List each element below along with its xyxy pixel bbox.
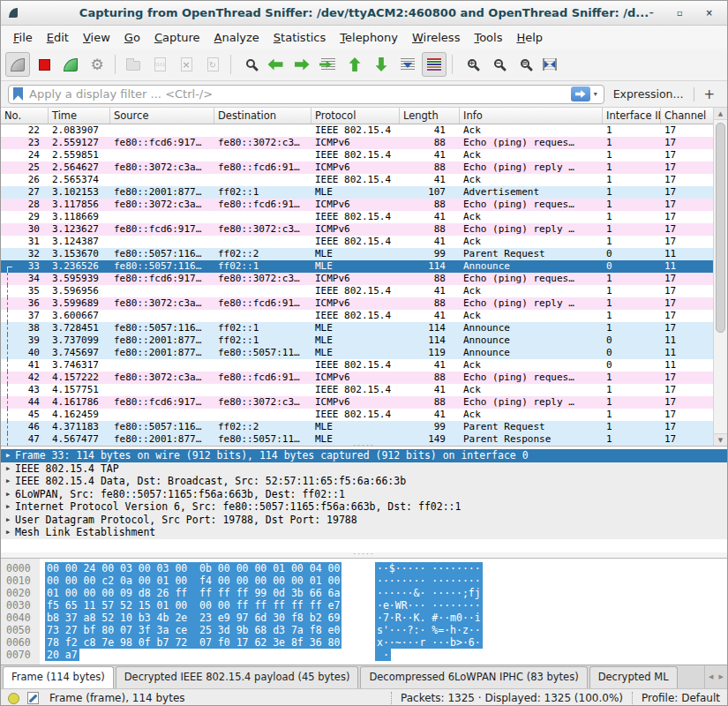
column-header-info[interactable]: Info <box>460 108 603 124</box>
bookmark-icon[interactable] <box>13 87 23 101</box>
stop-capture-button[interactable] <box>32 52 56 77</box>
menu-item-view[interactable]: View <box>76 27 117 48</box>
capture-options-button[interactable] <box>85 52 109 77</box>
packet-row[interactable]: 222.083907IEEE 802.15.441Ack117 <box>1 124 715 137</box>
menu-item-help[interactable]: Help <box>509 27 550 48</box>
packet-row[interactable]: 444.161786fe80::fcd6:917…fe80::3072:c3…I… <box>1 396 715 409</box>
capture-comment-icon[interactable] <box>27 692 39 704</box>
detail-line[interactable]: ▶Internet Protocol Version 6, Src: fe80:… <box>1 500 727 514</box>
packet-row[interactable]: 283.117856fe80::3072:c3a…fe80::fcd6:91…I… <box>1 199 715 211</box>
close-button[interactable]: × <box>706 9 713 18</box>
menu-item-edit[interactable]: Edit <box>40 27 76 48</box>
column-header-channel[interactable]: Channel <box>661 108 715 124</box>
go-first-button[interactable] <box>342 52 367 77</box>
column-header-destination[interactable]: Destination <box>214 108 311 124</box>
packet-row[interactable]: 363.599689fe80::3072:c3a…fe80::fcd6:91…I… <box>1 297 715 310</box>
auto-scroll-button[interactable] <box>395 52 420 77</box>
go-to-packet-button[interactable] <box>316 52 341 77</box>
tab-frame-114-bytes[interactable]: Frame (114 bytes) <box>3 666 114 688</box>
packet-row[interactable]: 464.371183fe80::5057:116…ff02::2MLE99Par… <box>1 421 715 433</box>
filter-history-caret-icon[interactable]: ▾ <box>594 90 597 98</box>
packet-row[interactable]: 293.118669IEEE 802.15.441Ack117 <box>1 211 715 223</box>
tab-scroll-left-icon[interactable]: ◀ <box>709 673 713 680</box>
tab-decompressed-6lowpan-iphc-83-bytes[interactable]: Decompressed 6LoWPAN IPHC (83 bytes) <box>360 666 587 688</box>
expand-arrow-icon[interactable]: ▶ <box>1 500 15 514</box>
menu-item-statistics[interactable]: Statistics <box>266 27 333 48</box>
status-profile[interactable]: Profile: Default <box>642 692 720 704</box>
tab-decrypted-ieee-802-15-4-payload-45-bytes[interactable]: Decrypted IEEE 802.15.4 payload (45 byte… <box>116 666 359 688</box>
menu-item-file[interactable]: File <box>6 27 40 48</box>
find-packet-button[interactable] <box>236 52 261 77</box>
display-filter-input[interactable] <box>27 86 571 101</box>
packet-list-scrollbar[interactable]: ▲ ▼ <box>713 108 727 446</box>
zoom-reset-button[interactable]: = <box>511 52 536 77</box>
menu-item-telephony[interactable]: Telephony <box>333 27 405 48</box>
packet-row[interactable]: 424.157222fe80::3072:c3a…fe80::fcd6:91…I… <box>1 372 715 384</box>
add-filter-button[interactable]: + <box>703 86 715 102</box>
detail-line[interactable]: ▶Frame 33: 114 bytes on wire (912 bits),… <box>1 449 727 462</box>
detail-line[interactable]: ▶User Datagram Protocol, Src Port: 19788… <box>1 514 727 527</box>
expand-arrow-icon[interactable]: ▶ <box>1 526 15 539</box>
expand-arrow-icon[interactable]: ▶ <box>1 462 15 476</box>
go-back-button[interactable] <box>263 52 288 77</box>
hex-row[interactable]: 001000 00 00 c2 0a 00 01 00 f4 00 00 00 … <box>1 575 727 587</box>
column-header-source[interactable]: Source <box>110 108 214 124</box>
expand-arrow-icon[interactable]: ▶ <box>1 449 15 462</box>
hex-row[interactable]: 006078 f2 c8 7e 98 0f b7 72 07 f0 17 62 … <box>1 636 727 649</box>
packet-row[interactable]: 273.102153fe80::2001:877…ff02::1MLE107Ad… <box>1 186 715 199</box>
packet-row[interactable]: 353.596956IEEE 802.15.441Ack117 <box>1 285 715 297</box>
menu-item-go[interactable]: Go <box>117 27 147 48</box>
expand-arrow-icon[interactable]: ▶ <box>1 488 15 501</box>
zoom-out-button[interactable]: − <box>484 52 509 77</box>
menu-item-analyze[interactable]: Analyze <box>207 27 266 48</box>
column-header-time[interactable]: Time <box>49 108 110 124</box>
packet-row[interactable]: 383.728451fe80::5057:116…ff02::1MLE114An… <box>1 322 715 334</box>
minimize-button[interactable]: – <box>649 9 654 18</box>
packet-row[interactable]: 333.236526fe80::5057:116…ff02::1MLE114An… <box>1 260 715 273</box>
zoom-in-button[interactable]: + <box>458 52 483 77</box>
expand-arrow-icon[interactable]: ▶ <box>1 475 15 488</box>
detail-line[interactable]: ▶IEEE 802.15.4 TAP <box>1 462 727 476</box>
display-filter-box[interactable]: ▾ <box>8 85 604 104</box>
hex-row[interactable]: 0040b8 37 a8 52 10 b3 4b 2e 23 e9 97 6d … <box>1 612 727 624</box>
detail-line[interactable]: ▶6LoWPAN, Src: fe80::5057:1165:f56a:663b… <box>1 488 727 501</box>
packet-row[interactable]: 232.559127fe80::fcd6:917…fe80::3072:c3…I… <box>1 137 715 149</box>
detail-line[interactable]: ▶IEEE 802.15.4 Data, Dst: Broadcast, Src… <box>1 475 727 488</box>
packet-row[interactable]: 434.157751IEEE 802.15.441Ack117 <box>1 384 715 396</box>
expert-info-icon[interactable] <box>8 693 19 704</box>
menu-item-wireless[interactable]: Wireless <box>405 27 467 48</box>
scroll-up-arrow-icon[interactable]: ▲ <box>714 108 727 120</box>
apply-filter-button[interactable] <box>571 86 590 101</box>
hex-row[interactable]: 005073 27 bf 80 07 3f 3a ce 25 3d 9b 68 … <box>1 624 727 636</box>
packet-row[interactable]: 303.123627fe80::fcd6:917…fe80::3072:c3…I… <box>1 223 715 236</box>
title-bar[interactable]: Capturing from OpenThread Sniffer: /dev/… <box>1 1 727 26</box>
column-header-length[interactable]: Length <box>400 108 460 124</box>
go-last-button[interactable] <box>369 52 394 77</box>
menu-item-tools[interactable]: Tools <box>467 27 509 48</box>
packet-row[interactable]: 413.746317IEEE 802.15.441Ack011 <box>1 359 715 372</box>
tab-scroll-right-icon[interactable]: ▶ <box>719 673 724 680</box>
column-header-interface-id[interactable]: Interface ID <box>603 108 661 124</box>
packet-row[interactable]: 403.745697fe80::2001:877…fe80::5057:11…M… <box>1 347 715 359</box>
expand-arrow-icon[interactable]: ▶ <box>1 514 15 527</box>
menu-item-capture[interactable]: Capture <box>147 27 207 48</box>
packet-row[interactable]: 343.595939fe80::fcd6:917…fe80::3072:c3…I… <box>1 273 715 285</box>
go-forward-button[interactable] <box>289 52 314 77</box>
resize-columns-button[interactable] <box>537 52 562 77</box>
packet-row[interactable]: 393.737099fe80::2001:877…ff02::1MLE114An… <box>1 334 715 347</box>
packet-row[interactable]: 373.600667IEEE 802.15.441Ack117 <box>1 310 715 322</box>
packet-row[interactable]: 242.559851IEEE 802.15.441Ack117 <box>1 149 715 161</box>
hex-row[interactable]: 002001 00 00 00 09 d8 26 ff ff ff ff 99 … <box>1 587 727 599</box>
packet-row[interactable]: 252.564627fe80::3072:c3a…fe80::fcd6:91…I… <box>1 161 715 174</box>
colorize-button[interactable] <box>422 52 447 77</box>
expression-button[interactable]: Expression... <box>613 87 684 101</box>
packet-row[interactable]: 313.124387IEEE 802.15.441Ack117 <box>1 236 715 248</box>
hex-row[interactable]: 007020 a7 · <box>1 649 727 661</box>
hex-row[interactable]: 0030f5 65 11 57 52 15 01 00 00 00 ff ff … <box>1 599 727 612</box>
detail-line[interactable]: ▶Mesh Link Establishment <box>1 526 727 539</box>
column-header-no[interactable]: No. <box>1 108 49 124</box>
packet-row[interactable]: 262.565374IEEE 802.15.441Ack117 <box>1 174 715 186</box>
scroll-down-arrow-icon[interactable]: ▼ <box>714 433 727 446</box>
start-capture-button[interactable] <box>5 52 30 77</box>
packet-row[interactable]: 323.153670fe80::5057:116…ff02::2MLE99Par… <box>1 248 715 260</box>
